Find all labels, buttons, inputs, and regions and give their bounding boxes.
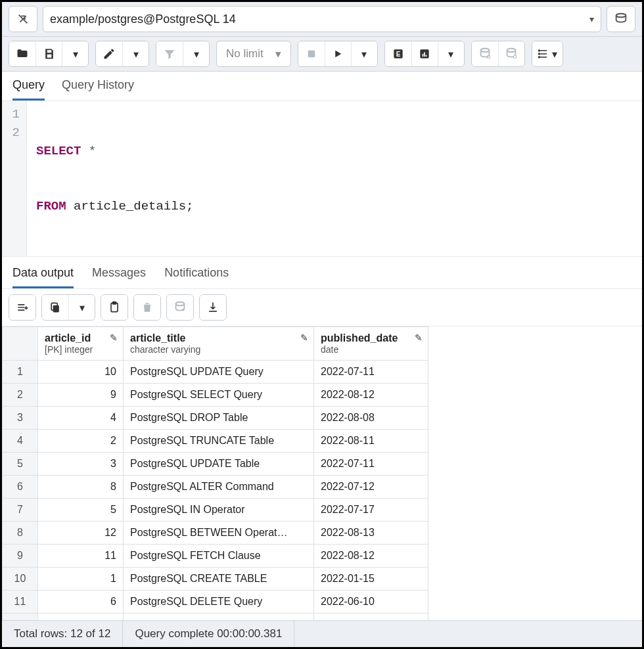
- cell-published-date[interactable]: 2022-07-11: [314, 453, 428, 476]
- filter-dropdown[interactable]: ▾: [183, 41, 209, 66]
- save-data-button[interactable]: [167, 295, 193, 320]
- table-row[interactable]: 116PostgreSQL DELETE Query2022-06-10: [3, 591, 428, 614]
- cell-article-title[interactable]: PostgreSQL DELETE Query: [124, 591, 314, 614]
- status-row-count: Total rows: 12 of 12: [2, 621, 123, 647]
- download-button[interactable]: [200, 295, 226, 320]
- save-dropdown[interactable]: ▾: [62, 41, 88, 66]
- cell-article-title[interactable]: PostgreSQL UPDATE Table: [124, 453, 314, 476]
- macros-button[interactable]: ▾: [532, 41, 563, 66]
- chevron-down-icon: ▾: [552, 48, 557, 60]
- delete-row-button[interactable]: [134, 295, 160, 320]
- cell-published-date[interactable]: 2022-07-12: [314, 476, 428, 499]
- cell-article-title[interactable]: PostgreSQL CREATE TABLE: [124, 568, 314, 591]
- row-number: 4: [3, 430, 38, 453]
- table-row[interactable]: 812PostgreSQL BETWEEN Operat…2022-08-13: [3, 522, 428, 545]
- cell-article-id[interactable]: 3: [38, 453, 124, 476]
- cell-published-date[interactable]: 2022-07-11: [314, 361, 428, 384]
- chevron-down-icon: ▾: [73, 48, 78, 60]
- chevron-down-icon: ▾: [361, 48, 367, 60]
- open-file-button[interactable]: [9, 41, 35, 66]
- edit-button[interactable]: [96, 41, 122, 66]
- status-query-time: Query complete 00:00:00.381: [123, 621, 294, 647]
- commit-button[interactable]: [472, 41, 498, 66]
- table-row[interactable]: 110PostgreSQL UPDATE Query2022-07-11: [3, 361, 428, 384]
- cell-article-id[interactable]: 8: [38, 476, 124, 499]
- table-row[interactable]: 42PostgreSQL TRUNCATE Table2022-08-11: [3, 430, 428, 453]
- table-row[interactable]: 101PostgreSQL CREATE TABLE2022-01-15: [3, 568, 428, 591]
- cell-article-title[interactable]: PostgreSQL DROP Table: [124, 407, 314, 430]
- cell-published-date[interactable]: 2022-08-11: [314, 430, 428, 453]
- cell-article-id[interactable]: 4: [38, 407, 124, 430]
- tab-data-output[interactable]: Data output: [12, 266, 74, 288]
- edit-dropdown[interactable]: ▾: [122, 41, 149, 66]
- cell-article-id[interactable]: 2: [38, 430, 124, 453]
- tab-query[interactable]: Query: [12, 78, 45, 101]
- cell-published-date[interactable]: 2022-08-08: [314, 407, 428, 430]
- svg-rect-1: [308, 51, 315, 58]
- cell-article-title[interactable]: PostgreSQL SELECT Query: [124, 384, 314, 407]
- stop-button[interactable]: [298, 41, 325, 66]
- column-header-article-id[interactable]: article_id [PK] integer ✎: [38, 327, 124, 361]
- cell-article-id[interactable]: 5: [38, 499, 124, 522]
- new-connection-button[interactable]: [607, 6, 635, 32]
- cell-article-id[interactable]: 10: [38, 361, 124, 384]
- cell-article-title[interactable]: PostgreSQL ALTER Command: [124, 476, 314, 499]
- status-bar: Total rows: 12 of 12 Query complete 00:0…: [2, 620, 642, 647]
- copy-dropdown[interactable]: ▾: [68, 295, 95, 320]
- cell-article-id[interactable]: 11: [38, 545, 124, 568]
- cell-article-title[interactable]: PostgreSQL FETCH Clause: [124, 545, 314, 568]
- svg-point-10: [507, 49, 516, 53]
- cell-published-date[interactable]: 2022-08-12: [314, 545, 428, 568]
- table-row[interactable]: 911PostgreSQL FETCH Clause2022-08-12: [3, 545, 428, 568]
- svg-rect-15: [53, 305, 59, 313]
- row-number: 9: [3, 545, 38, 568]
- cell-article-id[interactable]: 6: [38, 591, 124, 614]
- row-limit-selector[interactable]: No limit ▾: [216, 41, 291, 67]
- table-row[interactable]: 34PostgreSQL DROP Table2022-08-08: [3, 407, 428, 430]
- run-button[interactable]: [325, 41, 351, 66]
- svg-point-8: [480, 49, 489, 53]
- copy-button[interactable]: [42, 295, 68, 320]
- table-row[interactable]: 68PostgreSQL ALTER Command2022-07-12: [3, 476, 428, 499]
- row-limit-label: No limit: [226, 47, 264, 60]
- table-row[interactable]: 29PostgreSQL SELECT Query2022-08-12: [3, 384, 428, 407]
- rollback-button[interactable]: [498, 41, 524, 66]
- add-row-button[interactable]: [9, 295, 35, 320]
- cell-published-date[interactable]: 2022-01-15: [314, 568, 428, 591]
- sql-editor[interactable]: 1 2 SELECT * FROM article_details;: [2, 101, 642, 256]
- run-dropdown[interactable]: ▾: [351, 41, 377, 66]
- cell-article-title[interactable]: PostgreSQL BETWEEN Operat…: [124, 522, 314, 545]
- row-number: 1: [3, 361, 38, 384]
- cell-published-date[interactable]: 2022-08-12: [314, 384, 428, 407]
- cell-published-date[interactable]: 2022-08-13: [314, 522, 428, 545]
- cell-published-date[interactable]: 2022-07-17: [314, 499, 428, 522]
- result-grid[interactable]: article_id [PK] integer ✎ article_title …: [2, 326, 428, 637]
- cell-article-id[interactable]: 1: [38, 568, 124, 591]
- paste-button[interactable]: [101, 295, 127, 320]
- cell-article-title[interactable]: PostgreSQL TRUNCATE Table: [124, 430, 314, 453]
- sql-code-area[interactable]: SELECT * FROM article_details;: [27, 101, 202, 256]
- table-row[interactable]: 53PostgreSQL UPDATE Table2022-07-11: [3, 453, 428, 476]
- filter-button[interactable]: [156, 41, 183, 66]
- cell-article-title[interactable]: PostgreSQL IN Operator: [124, 499, 314, 522]
- cell-article-title[interactable]: PostgreSQL UPDATE Query: [124, 361, 314, 384]
- table-row[interactable]: 75PostgreSQL IN Operator2022-07-17: [3, 499, 428, 522]
- tab-query-history[interactable]: Query History: [62, 78, 134, 101]
- save-file-button[interactable]: [35, 41, 62, 66]
- connection-selector[interactable]: example/postgres@PostgreSQL 14 ▾: [43, 6, 601, 32]
- pencil-icon[interactable]: ✎: [300, 332, 308, 343]
- cell-published-date[interactable]: 2022-06-10: [314, 591, 428, 614]
- pencil-icon[interactable]: ✎: [110, 332, 118, 343]
- pencil-icon[interactable]: ✎: [415, 332, 423, 343]
- connection-status-button[interactable]: [9, 6, 37, 32]
- column-header-published-date[interactable]: published_date date ✎: [314, 327, 428, 361]
- cell-article-id[interactable]: 12: [38, 522, 124, 545]
- explain-button[interactable]: E: [385, 41, 411, 66]
- explain-analyze-button[interactable]: [411, 41, 438, 66]
- cell-article-id[interactable]: 9: [38, 384, 124, 407]
- explain-dropdown[interactable]: ▾: [438, 41, 464, 66]
- row-header-corner: [3, 327, 38, 361]
- tab-notifications[interactable]: Notifications: [164, 266, 229, 288]
- column-header-article-title[interactable]: article_title character varying ✎: [124, 327, 314, 361]
- tab-messages[interactable]: Messages: [92, 266, 146, 288]
